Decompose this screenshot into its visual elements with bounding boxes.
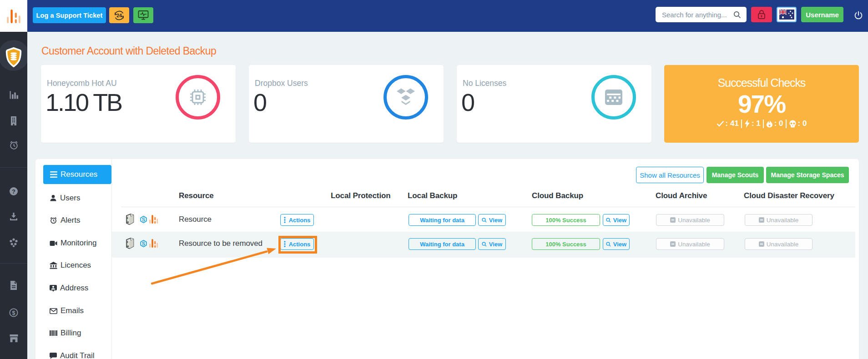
svg-text:24: 24 [116, 13, 122, 18]
svg-text:$: $ [12, 310, 15, 316]
svg-text:S: S [142, 241, 145, 246]
svg-text:?: ? [12, 188, 15, 195]
svg-text:S: S [142, 217, 145, 222]
